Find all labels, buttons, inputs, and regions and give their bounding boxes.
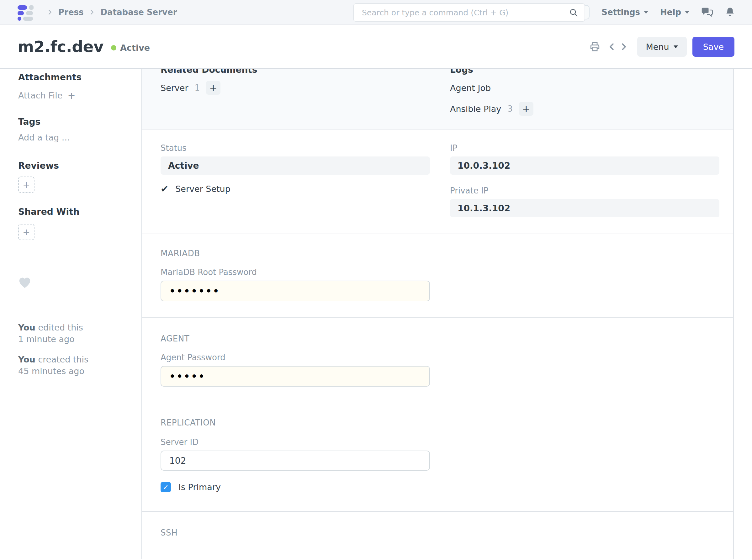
- server-setup-checkbox[interactable]: ✔ Server Setup: [161, 183, 430, 194]
- attach-file-button[interactable]: Attach File +: [18, 90, 132, 101]
- agent-password-field[interactable]: •••••: [161, 366, 430, 386]
- chevron-down-icon: [644, 11, 648, 14]
- status-field-value: Active: [161, 157, 430, 175]
- sidebar: Attachments Attach File + Tags Add a tag…: [0, 69, 142, 559]
- print-icon[interactable]: [590, 41, 600, 52]
- help-label: Help: [660, 7, 681, 17]
- related-server-row: Server 1 +: [161, 81, 430, 95]
- navbar-right: A Settings Help: [575, 5, 735, 19]
- private-ip-field-value: 10.1.3.102: [450, 199, 719, 217]
- status-dot-icon: [111, 45, 116, 51]
- bell-icon[interactable]: [725, 7, 735, 18]
- status-field-label: Status: [161, 143, 430, 153]
- heart-icon: [18, 277, 32, 288]
- chevron-down-icon: [685, 11, 689, 14]
- logs-column: Logs Agent Job Ansible Play 3 +: [450, 69, 719, 129]
- add-tag-input[interactable]: Add a tag ...: [18, 133, 132, 142]
- add-share-button[interactable]: +: [18, 224, 35, 240]
- next-document-icon[interactable]: [619, 41, 629, 52]
- breadcrumb: Press Database Server: [46, 7, 177, 17]
- status-section: Status Active ✔ Server Setup IP 10.0.3.1…: [142, 129, 733, 234]
- attach-file-label: Attach File: [18, 91, 62, 100]
- agent-job-link[interactable]: Agent Job: [450, 83, 491, 93]
- server-id-label: Server ID: [161, 437, 430, 447]
- status-badge: Active: [120, 43, 150, 53]
- status-column: Status Active ✔ Server Setup: [161, 143, 430, 217]
- agent-job-row: Agent Job: [450, 81, 719, 95]
- app-logo-icon[interactable]: [18, 4, 34, 21]
- related-documents-column: Related Documents Server 1 +: [161, 69, 430, 129]
- ip-field-value: 10.0.3.102: [450, 157, 719, 175]
- replication-section: REPLICATION Server ID ✓ Is Primary: [142, 402, 733, 512]
- ssh-column: SSH: [161, 528, 430, 559]
- server-link[interactable]: Server: [161, 83, 189, 93]
- prev-document-icon[interactable]: [607, 41, 616, 52]
- ansible-play-count: 3: [508, 104, 513, 114]
- is-primary-label: Is Primary: [178, 482, 221, 492]
- server-id-input[interactable]: [161, 451, 430, 471]
- breadcrumb-database-server[interactable]: Database Server: [100, 7, 177, 17]
- ansible-play-row: Ansible Play 3 +: [450, 102, 719, 116]
- mariadb-root-password-label: MariaDB Root Password: [161, 267, 430, 277]
- mariadb-section-heading: MARIADB: [161, 249, 430, 258]
- navbar: Press Database Server A Settings Help: [0, 0, 752, 25]
- like-button[interactable]: [18, 277, 32, 288]
- ip-column: IP 10.0.3.102 Private IP 10.1.3.102: [450, 143, 719, 217]
- chat-icon[interactable]: [701, 7, 713, 18]
- private-ip-field-label: Private IP: [450, 186, 719, 195]
- attachments-title: Attachments: [18, 72, 132, 82]
- ssh-section-heading: SSH: [161, 528, 430, 537]
- replication-column: REPLICATION Server ID ✓ Is Primary: [161, 418, 430, 492]
- help-menu[interactable]: Help: [660, 7, 689, 17]
- is-primary-checkbox[interactable]: ✓ Is Primary: [161, 482, 430, 492]
- add-ansible-play-button[interactable]: +: [519, 102, 533, 116]
- replication-section-heading: REPLICATION: [161, 418, 430, 427]
- chevron-down-icon: [674, 45, 678, 48]
- content: Attachments Attach File + Tags Add a tag…: [0, 69, 752, 559]
- check-icon: ✔: [161, 183, 169, 194]
- settings-menu[interactable]: Settings: [601, 7, 648, 17]
- global-search: [353, 3, 585, 22]
- agent-password-label: Agent Password: [161, 353, 430, 362]
- search-icon[interactable]: [569, 8, 578, 17]
- menu-button[interactable]: Menu: [637, 37, 687, 57]
- server-count: 1: [195, 83, 200, 93]
- add-server-button[interactable]: +: [206, 81, 220, 95]
- mariadb-column: MARIADB MariaDB Root Password •••••••: [161, 249, 430, 301]
- agent-section-heading: AGENT: [161, 334, 430, 343]
- ansible-play-link[interactable]: Ansible Play: [450, 104, 501, 114]
- edited-when: 1 minute ago: [18, 333, 132, 345]
- logs-title: Logs: [450, 69, 719, 75]
- server-setup-label: Server Setup: [175, 184, 231, 194]
- related-documents-title: Related Documents: [161, 69, 430, 75]
- add-review-button[interactable]: +: [18, 177, 35, 193]
- save-button[interactable]: Save: [692, 37, 734, 57]
- agent-section: AGENT Agent Password •••••: [142, 318, 733, 402]
- ssh-section: SSH: [142, 512, 733, 559]
- checkbox-checked-icon: ✓: [161, 482, 171, 492]
- header-actions: Menu Save: [590, 37, 734, 57]
- edited-info: You edited this 1 minute ago: [18, 322, 132, 345]
- doc-status: Active: [111, 43, 150, 53]
- edited-action: edited this: [38, 323, 83, 332]
- app-screen: Press Database Server A Settings Help: [0, 0, 752, 560]
- form-area: Related Documents Server 1 + Logs Agent …: [142, 69, 734, 559]
- mariadb-section: MARIADB MariaDB Root Password •••••••: [142, 234, 733, 318]
- chevron-right-icon: [46, 9, 53, 16]
- plus-icon: +: [67, 90, 75, 101]
- shared-with-title: Shared With: [18, 207, 132, 217]
- breadcrumb-press[interactable]: Press: [58, 7, 83, 17]
- agent-column: AGENT Agent Password •••••: [161, 334, 430, 386]
- settings-label: Settings: [601, 7, 640, 17]
- document-dashboard: Related Documents Server 1 + Logs Agent …: [142, 69, 733, 129]
- search-input[interactable]: [362, 8, 569, 17]
- edited-who: You: [18, 323, 36, 332]
- created-action: created this: [38, 355, 88, 364]
- page-title: m2.fc.dev: [18, 38, 103, 56]
- created-when: 45 minutes ago: [18, 365, 132, 377]
- created-info: You created this 45 minutes ago: [18, 354, 132, 377]
- tags-title: Tags: [18, 117, 132, 127]
- mariadb-root-password-field[interactable]: •••••••: [161, 281, 430, 301]
- ip-field-label: IP: [450, 143, 719, 153]
- menu-button-label: Menu: [646, 42, 669, 52]
